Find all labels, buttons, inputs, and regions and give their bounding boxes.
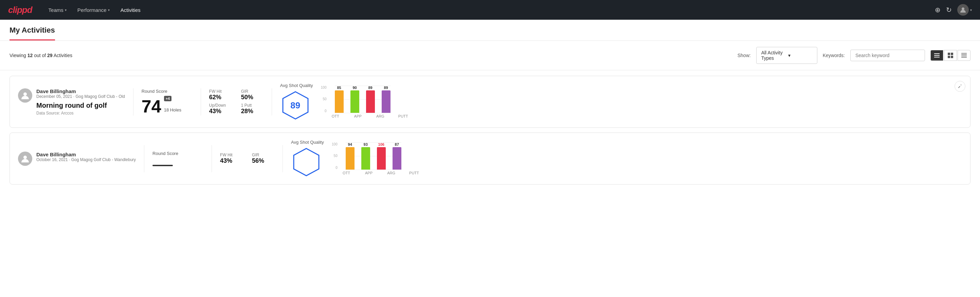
- search-input[interactable]: [850, 50, 925, 61]
- y-axis-2: 100 50 0: [332, 142, 337, 169]
- stat-label: 1 Putt: [241, 103, 264, 108]
- activity-card: Dave Billingham December 05, 2021 · Gog …: [10, 76, 970, 128]
- page-title: My Activities: [10, 26, 55, 40]
- round-score: Round Score 74 +4 18 Holes: [142, 89, 192, 115]
- svg-rect-2: [934, 55, 940, 56]
- svg-rect-9: [961, 54, 967, 55]
- stat-label: GIR: [241, 89, 264, 94]
- round-score-label: Round Score: [142, 89, 192, 94]
- divider: [133, 88, 134, 115]
- user-menu[interactable]: ▾: [957, 4, 972, 16]
- user-date: December 05, 2021 · Gog Magog Golf Club …: [37, 94, 125, 99]
- activity-type-value: All Activity Types: [761, 50, 786, 61]
- bar-arg-2: 106: [377, 142, 386, 169]
- stat-1putt: 1 Putt 28%: [241, 103, 264, 115]
- edit-button[interactable]: [955, 81, 966, 92]
- stat-fw-hit: FW Hit 62%: [209, 89, 232, 101]
- navbar-right: ⊕ ↻ ▾: [935, 4, 972, 16]
- shot-quality-label: Avg Shot Quality: [291, 140, 325, 145]
- svg-rect-6: [948, 56, 950, 58]
- shot-quality: Avg Shot Quality 89 100 50 0: [280, 83, 423, 121]
- stat-label: GIR: [252, 153, 274, 157]
- user-name: Dave Billingham: [37, 88, 125, 94]
- stat-value: 43%: [220, 157, 242, 164]
- refresh-icon[interactable]: ↻: [946, 6, 952, 14]
- hexagon: [291, 147, 321, 177]
- filter-bar: Viewing 12 out of 29 Activities Show: Al…: [0, 41, 980, 70]
- stat-label: Up/Down: [209, 103, 232, 108]
- stat-value: 50%: [241, 94, 264, 101]
- chevron-down-icon: ▾: [65, 8, 67, 12]
- svg-rect-7: [951, 56, 953, 58]
- bar-labels: OTT APP ARG PUTT: [331, 114, 407, 118]
- chevron-down-icon: ▾: [108, 8, 110, 12]
- divider: [144, 145, 144, 172]
- card-user: Dave Billingham December 05, 2021 · Gog …: [18, 88, 125, 115]
- add-icon[interactable]: ⊕: [935, 6, 940, 14]
- activities-list: Dave Billingham December 05, 2021 · Gog …: [0, 70, 980, 190]
- nav-items: Teams ▾ Performance ▾ Activities: [45, 5, 145, 16]
- activity-card: Dave Billingham October 16, 2021 · Gog M…: [10, 133, 970, 185]
- shot-quality: Avg Shot Quality 100 50 0: [291, 140, 434, 177]
- view-list-full-button[interactable]: [958, 50, 970, 61]
- bar-app-2: 93: [361, 142, 370, 169]
- shot-quality-value: 89: [290, 100, 300, 111]
- show-label: Show:: [738, 53, 751, 58]
- nav-item-activities[interactable]: Activities: [116, 5, 145, 16]
- hexagon: 89: [280, 90, 311, 121]
- svg-marker-15: [294, 148, 319, 176]
- activity-type-select[interactable]: All Activity Types ▾: [756, 47, 817, 64]
- svg-rect-10: [961, 56, 967, 56]
- svg-rect-5: [951, 53, 953, 55]
- bar-arg: 89: [366, 86, 375, 113]
- card-user: Dave Billingham October 16, 2021 · Gog M…: [18, 152, 136, 166]
- stat-label: FW Hit: [209, 89, 232, 94]
- svg-point-0: [962, 8, 964, 10]
- stat-value: 56%: [252, 157, 274, 164]
- svg-rect-1: [934, 53, 940, 54]
- user-info: Dave Billingham December 05, 2021 · Gog …: [37, 88, 125, 115]
- score-main: 74 +4 18 Holes: [142, 96, 192, 115]
- score-holes: 18 Holes: [164, 107, 181, 112]
- svg-rect-11: [961, 57, 967, 58]
- stats-grid: FW Hit 62% GIR 50% Up/Down 43% 1 Putt 28…: [209, 89, 264, 115]
- view-grid-button[interactable]: [944, 50, 957, 61]
- divider: [283, 145, 283, 172]
- bar-ott: 85: [335, 86, 344, 113]
- score-badge: +4: [164, 96, 172, 101]
- nav-item-performance[interactable]: Performance ▾: [73, 5, 114, 16]
- svg-rect-4: [948, 53, 950, 55]
- svg-rect-8: [961, 53, 967, 54]
- navbar: clippd Teams ▾ Performance ▾ Activities …: [0, 0, 980, 20]
- activity-title: Morning round of golf: [37, 102, 125, 109]
- stat-fw-hit: FW Hit 43%: [220, 153, 242, 164]
- avatar: [957, 4, 969, 16]
- stats-grid: FW Hit 43% GIR 56%: [220, 153, 274, 164]
- nav-item-teams[interactable]: Teams ▾: [45, 5, 71, 16]
- stat-value: 43%: [209, 108, 232, 115]
- view-toggle: [931, 50, 970, 61]
- svg-rect-3: [934, 57, 940, 57]
- user-name: Dave Billingham: [37, 152, 136, 157]
- page: My Activities Viewing 12 out of 29 Activ…: [0, 20, 980, 297]
- bar-chart-2: 100 50 0: [332, 142, 418, 175]
- round-score: Round Score: [153, 151, 204, 166]
- keywords-label: Keywords:: [823, 53, 845, 58]
- score-main: [153, 158, 204, 166]
- viewing-count: Viewing 12 out of 29 Activities: [10, 53, 732, 58]
- chevron-down-icon: ▾: [788, 53, 812, 58]
- round-score-label: Round Score: [153, 151, 204, 156]
- bar-chart: 100 50 0: [321, 86, 407, 118]
- shot-quality-label: Avg Shot Quality: [280, 83, 314, 88]
- score-value: 74: [142, 97, 161, 115]
- view-list-compact-button[interactable]: [931, 50, 943, 61]
- stat-label: FW Hit: [220, 153, 242, 157]
- stat-gir: GIR 56%: [252, 153, 274, 164]
- stat-value: 62%: [209, 94, 232, 101]
- stat-gir: GIR 50%: [241, 89, 264, 101]
- svg-point-14: [24, 156, 27, 159]
- avatar: [18, 152, 32, 166]
- navbar-left: clippd Teams ▾ Performance ▾ Activities: [8, 5, 145, 16]
- data-source: Data Source: Arccos: [37, 111, 125, 115]
- bar-ott-2: 94: [346, 142, 355, 169]
